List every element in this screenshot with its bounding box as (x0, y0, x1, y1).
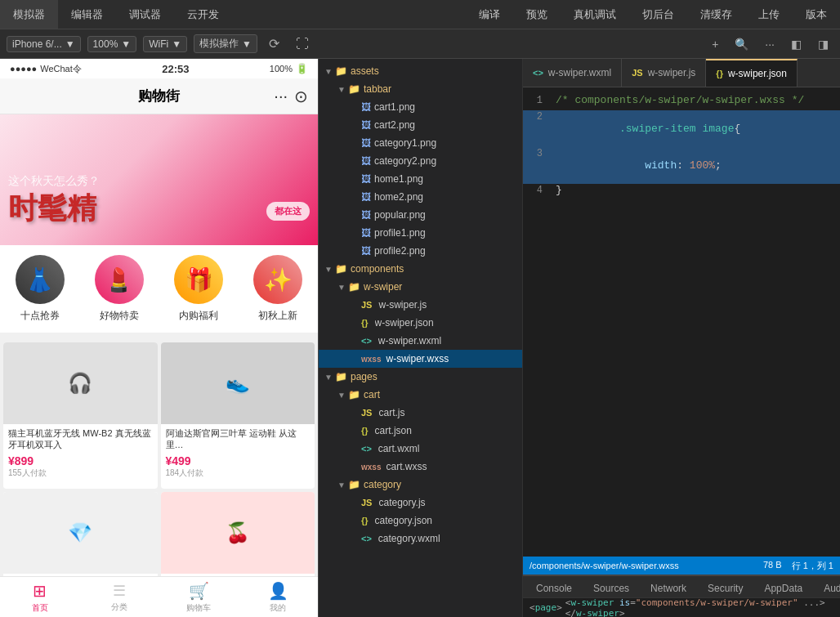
tab-category[interactable]: ☰ 分类 (79, 577, 159, 617)
expand-icon: ▼ (335, 391, 348, 400)
tree-pages[interactable]: ▼ 📁 pages (319, 368, 522, 386)
tab-category-label: 分类 (111, 601, 127, 613)
tree-w-swiper[interactable]: ▼ 📁 w-swiper (319, 278, 522, 296)
tree-popular[interactable]: 🖼 popular.png (319, 206, 522, 224)
json-icon: {} (361, 516, 369, 525)
chevron-down-icon: ▼ (121, 38, 131, 50)
category-item-0[interactable]: 👗 十点抢券 (16, 255, 65, 323)
menu-simulator[interactable]: 模拟器 (0, 0, 58, 29)
dock-left-btn[interactable]: ◧ (786, 34, 806, 54)
tree-category2[interactable]: 🖼 category2.png (319, 152, 522, 170)
category-item-3[interactable]: ✨ 初秋上新 (253, 255, 302, 323)
add-btn[interactable]: + (707, 34, 723, 54)
tab-home[interactable]: ⊞ 首页 (0, 577, 79, 617)
fullscreen-btn[interactable]: ⛶ (291, 35, 314, 53)
rotate-btn[interactable]: ⟳ (264, 34, 284, 53)
tab-wxml[interactable]: <> w-swiper.wxml (523, 59, 622, 87)
tree-cart-folder[interactable]: ▼ 📁 cart (319, 386, 522, 404)
tree-cart-wxss[interactable]: wxss cart.wxss (319, 458, 522, 476)
menu-device-debug[interactable]: 真机调试 (561, 0, 629, 29)
tree-w-swiper-wxss[interactable]: wxss w-swiper.wxss (319, 350, 522, 368)
js-icon: JS (361, 300, 372, 310)
product-card-3[interactable]: 🍒 车厘子 2020 红色 ¥188 (161, 492, 315, 576)
tree-label: assets (351, 65, 522, 77)
product-card-0[interactable]: 🎧 猫主耳机蓝牙无线 MW-B2 真无线蓝牙耳机双耳入 ¥899 155人付款 (3, 342, 158, 489)
devtools-tab-console[interactable]: Console (526, 579, 582, 597)
line-num-4: 4 (523, 185, 556, 196)
tree-category-js[interactable]: JS category.js (319, 494, 522, 512)
json-icon: {} (361, 426, 369, 436)
tree-label: cart (364, 389, 522, 400)
tree-components[interactable]: ▼ 📁 components (319, 260, 522, 278)
tree-cart1[interactable]: 🖼 cart1.png (319, 98, 522, 116)
tree-label: home2.png (374, 191, 522, 203)
phone-content[interactable]: 这个秋天怎么秀？ 时髦精 都在这 👗 十点抢券 💄 (0, 114, 318, 576)
tree-cart-wxml[interactable]: <> cart.wxml (319, 440, 522, 458)
devtools-tab-security[interactable]: Security (698, 579, 753, 597)
menu-upload[interactable]: 上传 (745, 0, 793, 29)
devtools-tab-sources[interactable]: Sources (583, 579, 639, 597)
network-selector[interactable]: WiFi ▼ (143, 36, 187, 52)
tree-label: category.js (378, 497, 522, 508)
device-selector[interactable]: iPhone 6/... ▼ (7, 36, 81, 52)
menu-debugger[interactable]: 调试器 (116, 0, 174, 29)
tree-profile1[interactable]: 🖼 profile1.png (319, 224, 522, 242)
image-icon: 🖼 (361, 173, 371, 185)
zoom-selector[interactable]: 100% ▼ (87, 36, 137, 52)
menu-clear-cache[interactable]: 清缓存 (687, 0, 745, 29)
tab-js-icon: JS (632, 68, 642, 78)
product-info-0: 猫主耳机蓝牙无线 MW-B2 真无线蓝牙耳机双耳入 ¥899 155人付款 (3, 424, 158, 482)
wxss-icon: wxss (361, 355, 381, 364)
tree-home1[interactable]: 🖼 home1.png (319, 170, 522, 188)
editor-content[interactable]: 1 /* components/w-swiper/w-swiper.wxss *… (523, 87, 840, 557)
tree-category-json[interactable]: {} category.json (319, 512, 522, 530)
search-btn[interactable]: 🔍 (730, 34, 753, 54)
tree-label: tabbar (364, 83, 522, 95)
category-item-2[interactable]: 🎁 内购福利 (174, 255, 223, 323)
tab-profile[interactable]: 👤 我的 (239, 577, 318, 617)
hero-badge: 都在这 (266, 202, 310, 221)
line-num-1: 1 (523, 95, 556, 106)
folder-icon: 📁 (348, 389, 360, 400)
menu-version[interactable]: 版本 (793, 0, 840, 29)
tab-js[interactable]: JS w-swiper.js (622, 59, 706, 87)
file-tree-content[interactable]: ▼ 📁 assets ▼ 📁 tabbar 🖼 cart1.png 🖼 cart… (319, 59, 522, 617)
tree-cart-json[interactable]: {} cart.json (319, 422, 522, 440)
product-info-1: 阿迪达斯官网三叶草 运动鞋 从这里… ¥499 184人付款 (161, 424, 315, 482)
tree-category-folder[interactable]: ▼ 📁 category (319, 476, 522, 494)
menu-cloud[interactable]: 云开发 (174, 0, 232, 29)
product-card-2[interactable]: 💎 HEFANG Jewelry × OGA K 蝴蝶镶嵌 925银友网红 ¥1… (3, 492, 158, 576)
tab-cart[interactable]: 🛒 购物车 (159, 577, 239, 617)
menu-preview[interactable]: 预览 (513, 0, 561, 29)
devtools-tab-audits[interactable]: Audits (814, 579, 840, 597)
menu-editor[interactable]: 编辑器 (58, 0, 116, 29)
tree-category-wxml[interactable]: <> category.wxml (319, 530, 522, 548)
tree-w-swiper-json[interactable]: {} w-swiper.json (319, 314, 522, 332)
devtools-tab-appdata[interactable]: AppData (754, 579, 812, 597)
more-btn[interactable]: ··· (760, 34, 780, 54)
category-item-1[interactable]: 💄 好物特卖 (95, 255, 144, 323)
tree-category1[interactable]: 🖼 category1.png (319, 134, 522, 152)
chevron-down-icon: ▼ (242, 38, 252, 50)
tree-w-swiper-wxml[interactable]: <> w-swiper.wxml (319, 332, 522, 350)
folder-icon: 📁 (348, 281, 360, 293)
category-section: 👗 十点抢券 💄 好物特卖 🎁 内购福利 (0, 245, 318, 333)
product-card-1[interactable]: 👟 阿迪达斯官网三叶草 运动鞋 从这里… ¥499 184人付款 (161, 342, 315, 489)
tree-tabbar[interactable]: ▼ 📁 tabbar (319, 80, 522, 98)
tree-w-swiper-js[interactable]: JS w-swiper.js (319, 296, 522, 314)
tree-label: category.json (375, 515, 522, 526)
tab-json[interactable]: {} w-swiper.json (706, 59, 798, 87)
tree-home2[interactable]: 🖼 home2.png (319, 188, 522, 206)
dock-right-btn[interactable]: ◨ (813, 34, 833, 54)
tree-profile2[interactable]: 🖼 profile2.png (319, 242, 522, 260)
menu-background[interactable]: 切后台 (629, 0, 687, 29)
menu-compile[interactable]: 编译 (466, 0, 513, 29)
tree-cart-js[interactable]: JS cart.js (319, 404, 522, 422)
tree-cart2[interactable]: 🖼 cart2.png (319, 116, 522, 134)
wechat-target-btn[interactable]: ⊙ (294, 87, 308, 106)
tree-assets[interactable]: ▼ 📁 assets (319, 62, 522, 80)
action-selector[interactable]: 模拟操作 ▼ (194, 34, 257, 53)
tree-label: cart1.png (374, 101, 522, 113)
devtools-tab-network[interactable]: Network (641, 579, 696, 597)
wechat-more-btn[interactable]: ··· (274, 87, 288, 105)
